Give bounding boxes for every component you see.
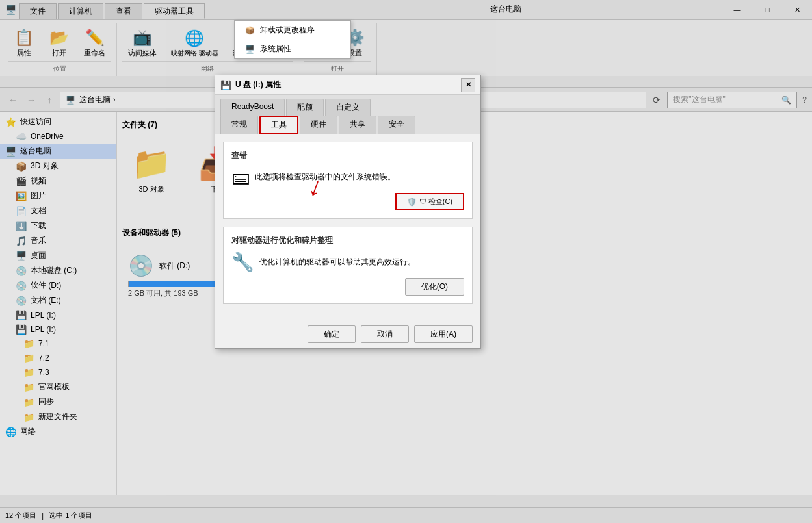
system-props-icon: 🖥️ bbox=[245, 45, 255, 54]
dialog-title-bar: 💾 U 盘 (I:) 属性 ✕ bbox=[215, 75, 480, 95]
optimize-button[interactable]: 优化(O) bbox=[405, 278, 464, 296]
check-button[interactable]: 🛡️ 🛡 检查(C) bbox=[395, 193, 464, 210]
dialog-tab-tools[interactable]: 工具 bbox=[259, 116, 298, 134]
error-section: 查错 🖴 此选项将检查驱动器中的文件系统错误。 🛡️ 🛡 检查(C) bbox=[223, 142, 473, 219]
dialog-title: U 盘 (I:) 属性 bbox=[235, 79, 281, 90]
cancel-button[interactable]: 取消 bbox=[361, 325, 409, 343]
error-section-row: 🖴 此选项将检查驱动器中的文件系统错误。 bbox=[231, 166, 464, 188]
check-btn-container: 🛡️ 🛡 检查(C) bbox=[231, 193, 464, 210]
dropdown-system-props[interactable]: 🖥️ 系统属性 bbox=[235, 40, 350, 58]
dialog-tab-custom[interactable]: 自定义 bbox=[325, 99, 371, 116]
dialog-tab-readyboost[interactable]: ReadyBoost bbox=[220, 99, 285, 116]
optimize-section-row: 🔧 优化计算机的驱动器可以帮助其更高效运行。 bbox=[231, 251, 464, 273]
shield-icon: 🛡️ bbox=[407, 198, 417, 207]
ok-button[interactable]: 确定 bbox=[308, 325, 356, 343]
dialog-tab-quota[interactable]: 配额 bbox=[286, 99, 324, 116]
error-section-description: 此选项将检查驱动器中的文件系统错误。 bbox=[255, 172, 395, 183]
dropdown-uninstall[interactable]: 📦 卸载或更改程序 bbox=[235, 21, 350, 40]
optimize-section: 对驱动器进行优化和碎片整理 🔧 优化计算机的驱动器可以帮助其更高效运行。 优化(… bbox=[223, 227, 473, 304]
uninstall-icon: 📦 bbox=[245, 26, 255, 35]
apply-button[interactable]: 应用(A) bbox=[414, 325, 473, 343]
dialog-drive-icon: 💾 bbox=[220, 80, 231, 90]
error-section-title: 查错 bbox=[231, 150, 464, 161]
optimize-btn-container: 优化(O) bbox=[231, 278, 464, 296]
disk-check-icon: 🖴 bbox=[231, 166, 250, 188]
dialog-tab-hardware[interactable]: 硬件 bbox=[300, 116, 337, 134]
dialog-properties: 💾 U 盘 (I:) 属性 ✕ ReadyBoost 配额 自定义 常规 工具 … bbox=[215, 75, 481, 349]
context-dropdown: 📦 卸载或更改程序 🖥️ 系统属性 bbox=[234, 20, 351, 59]
dialog-footer: 确定 取消 应用(A) bbox=[215, 320, 480, 348]
dialog-close-button[interactable]: ✕ bbox=[461, 78, 475, 92]
optimize-section-description: 优化计算机的驱动器可以帮助其更高效运行。 bbox=[259, 257, 415, 268]
optimize-icon: 🔧 bbox=[231, 251, 254, 273]
window-frame: 🖥️ 文件 计算机 查看 驱动器工具 这台电脑 — □ ✕ 📋 属性 bbox=[0, 0, 812, 523]
dialog-tab-general[interactable]: 常规 bbox=[220, 116, 258, 134]
dialog-body: 查错 🖴 此选项将检查驱动器中的文件系统错误。 🛡️ 🛡 检查(C) bbox=[215, 134, 480, 320]
dialog-tab-share[interactable]: 共享 bbox=[339, 116, 376, 134]
dialog-tabs-row2: 常规 工具 硬件 共享 安全 bbox=[215, 116, 480, 134]
dialog-tab-security[interactable]: 安全 bbox=[378, 116, 415, 134]
dialog-overlay: 💾 U 盘 (I:) 属性 ✕ ReadyBoost 配额 自定义 常规 工具 … bbox=[0, 0, 812, 523]
dialog-tabs-row1: ReadyBoost 配额 自定义 bbox=[215, 95, 480, 116]
optimize-section-title: 对驱动器进行优化和碎片整理 bbox=[231, 235, 464, 246]
